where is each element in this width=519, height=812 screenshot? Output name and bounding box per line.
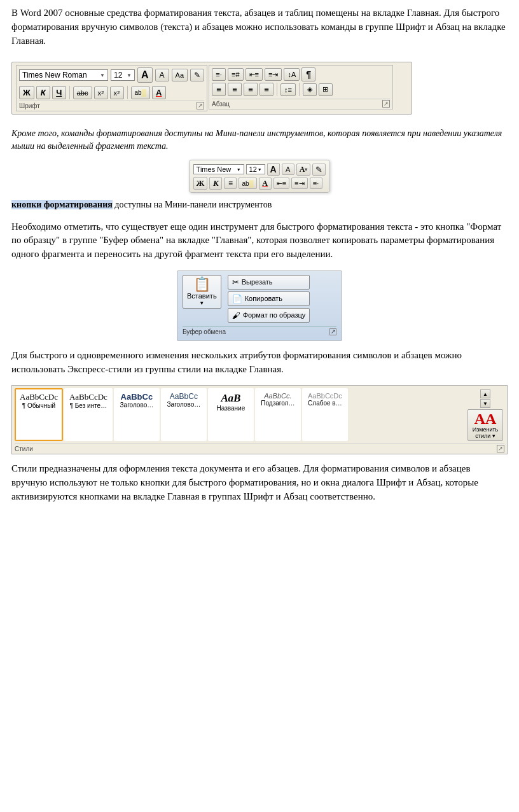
- mt-italic-button[interactable]: К: [209, 177, 222, 190]
- change-styles-label1: Изменить: [473, 426, 499, 433]
- ribbon-groups-row: Times New Roman ▼ 12 ▼ A A Aa ✎ Ж К Ч ab…: [16, 65, 408, 111]
- style-item-bez-inte[interactable]: AaBbCcDc ¶ Без инте…: [64, 388, 113, 441]
- mt-font-color-button[interactable]: A▾: [296, 164, 311, 176]
- copy-icon: 📄: [232, 294, 242, 304]
- style-item-zagolov2[interactable]: AaBbCc Заголово…: [161, 388, 207, 441]
- para-bottom-row: ≡ ≡ ≡ ≡ ↕≡ ◈ ⊞: [212, 83, 390, 96]
- font-group: Times New Roman ▼ 12 ▼ A A Aa ✎ Ж К Ч ab…: [16, 65, 207, 111]
- buffer-container: 📋 Вставить ▼ ✂ Вырезать 📄 Копировать 🖌 Ф…: [11, 270, 508, 341]
- underline-button[interactable]: Ч: [52, 86, 66, 99]
- align-center-button[interactable]: ≡: [228, 83, 242, 96]
- change-styles-button[interactable]: АА Изменить стили ▾: [467, 409, 503, 441]
- mt-list2-button[interactable]: ≡·: [310, 178, 322, 189]
- mt-font-color2-button[interactable]: A: [259, 178, 272, 190]
- change-styles-label2: стили ▾: [475, 433, 495, 439]
- intro-paragraph: В Word 2007 основные средства форматиров…: [11, 6, 508, 48]
- mt-increase-indent2-button[interactable]: ≡⇥: [291, 178, 307, 189]
- font-group-expand-icon[interactable]: ↗: [197, 102, 204, 109]
- decrease-font-button[interactable]: A: [155, 69, 169, 81]
- unordered-list-button[interactable]: ≡·: [212, 68, 226, 81]
- styles-container: AaBbCcDc ¶ Обычный AaBbCcDc ¶ Без инте… …: [11, 385, 508, 454]
- style-zagolov1-label: Заголово…: [119, 402, 155, 409]
- font-group-label: Шрифт ↗: [19, 101, 204, 109]
- font-name-dropdown[interactable]: Times New Roman ▼: [19, 69, 108, 81]
- scroll-down-button[interactable]: ▼: [480, 399, 490, 408]
- mt-highlight-button[interactable]: ab▒: [239, 178, 256, 189]
- sort-button[interactable]: ↕A: [284, 68, 300, 81]
- subscript-button[interactable]: x2: [94, 87, 108, 99]
- font-size-dropdown[interactable]: 12 ▼: [111, 69, 135, 81]
- style-zagolov2-preview: AaBbCc: [166, 392, 202, 401]
- mt-font-size-dropdown[interactable]: 12 ▼: [246, 164, 265, 174]
- buffer-expand-icon[interactable]: ↗: [329, 328, 336, 335]
- justify-button[interactable]: ≡: [260, 83, 273, 96]
- text-highlight-button[interactable]: ab▒: [131, 87, 150, 99]
- align-right-button[interactable]: ≡: [244, 83, 258, 96]
- format-painter-button[interactable]: 🖌 Формат по образцу: [228, 308, 310, 323]
- buffer-group-label: Буфер обмена ↗: [183, 326, 336, 335]
- clear-format-button[interactable]: ✎: [190, 69, 204, 81]
- style-item-obychny[interactable]: AaBbCcDc ¶ Обычный: [15, 388, 63, 441]
- font-name-arrow: ▼: [100, 73, 105, 78]
- style-podzagol-preview: AaBbCc.: [260, 392, 296, 400]
- buffer-buttons-row: 📋 Вставить ▼ ✂ Вырезать 📄 Копировать 🖌 Ф…: [183, 275, 336, 323]
- body1-paragraph: Необходимо отметить, что существует еще …: [11, 220, 508, 262]
- caption-rest-text: доступны на Мини-панели инструментов: [113, 200, 272, 209]
- copy-button[interactable]: 📄 Копировать: [228, 291, 310, 306]
- mt-increase-font-button[interactable]: A: [267, 163, 280, 176]
- style-item-nazvanie[interactable]: АаВ Название: [208, 388, 254, 441]
- styles-inner-row: AaBbCcDc ¶ Обычный AaBbCcDc ¶ Без инте… …: [15, 388, 504, 442]
- para-top-row: ≡· ≡# ⇤≡ ≡⇥ ↕A ¶: [212, 67, 390, 81]
- styles-group-label: Стили ↗: [15, 444, 504, 452]
- style-item-slaboe[interactable]: AaBbCcDс Слабое в…: [302, 388, 348, 441]
- scroll-up-button[interactable]: ▲: [480, 389, 490, 398]
- mt-font-size-arrow: ▼: [258, 167, 262, 172]
- mt-format-button[interactable]: ✎: [312, 164, 326, 176]
- align-left-button[interactable]: ≡: [212, 83, 226, 96]
- styles-items-row: AaBbCcDc ¶ Обычный AaBbCcDc ¶ Без инте… …: [15, 388, 465, 441]
- fill-color-button[interactable]: ◈: [303, 83, 317, 96]
- font-name-value: Times New Roman: [22, 71, 87, 80]
- mini-toolbar: Times New ▼ 12 ▼ A A A▾ ✎ Ж К ≡ ab▒ A ⇤≡…: [189, 160, 331, 193]
- ribbon1: Times New Roman ▼ 12 ▼ A A Aa ✎ Ж К Ч ab…: [11, 62, 412, 115]
- line-spacing-button[interactable]: ↕≡: [280, 83, 296, 96]
- increase-indent-button[interactable]: ≡⇥: [265, 68, 282, 81]
- increase-font-button[interactable]: A: [137, 67, 153, 83]
- italic-note: Кроме того, команды форматирования досту…: [11, 127, 508, 152]
- buffer-label-text: Буфер обмена: [183, 328, 226, 335]
- caption-line: кнопки форматирования доступны на Мини-п…: [11, 199, 508, 211]
- cut-copy-format-group: ✂ Вырезать 📄 Копировать 🖌 Формат по обра…: [228, 275, 310, 323]
- paste-label: Вставить: [187, 292, 217, 300]
- strikethrough-button[interactable]: abc: [73, 87, 92, 99]
- paste-button[interactable]: 📋 Вставить ▼: [183, 275, 221, 309]
- superscript-button[interactable]: x2: [110, 87, 124, 99]
- font-color-button[interactable]: A: [152, 86, 166, 99]
- styles-expand-icon[interactable]: ↗: [497, 445, 504, 452]
- para-group-label: Абзац ↗: [212, 99, 390, 108]
- style-zagolov1-preview: AaBbCс: [119, 392, 155, 402]
- buffer-panel: 📋 Вставить ▼ ✂ Вырезать 📄 Копировать 🖌 Ф…: [177, 270, 342, 341]
- para-group: ≡· ≡# ⇤≡ ≡⇥ ↕A ¶ ≡ ≡ ≡ ≡ ↕≡: [209, 65, 393, 109]
- para-group-expand-icon[interactable]: ↗: [382, 100, 390, 108]
- mt-align-center-button[interactable]: ≡: [224, 178, 237, 189]
- mt-bold-button[interactable]: Ж: [193, 177, 208, 190]
- mt-decrease-indent2-button[interactable]: ⇤≡: [273, 178, 289, 189]
- change-case-button[interactable]: Aa: [172, 69, 188, 81]
- italic-button[interactable]: К: [36, 86, 50, 99]
- cut-button[interactable]: ✂ Вырезать: [228, 275, 310, 290]
- style-item-zagolov1[interactable]: AaBbCс Заголово…: [114, 388, 160, 441]
- cut-icon: ✂: [232, 277, 239, 287]
- font-bottom-row: Ж К Ч abc x2 x2 ab▒ A: [19, 86, 204, 99]
- mt-font-name-dropdown[interactable]: Times New ▼: [193, 164, 244, 174]
- bold-button[interactable]: Ж: [19, 86, 34, 99]
- format-painter-icon: 🖌: [232, 311, 240, 320]
- font-top-row: Times New Roman ▼ 12 ▼ A A Aa ✎: [19, 67, 204, 83]
- style-bez-preview: AaBbCcDc: [69, 392, 107, 402]
- paste-arrow: ▼: [199, 300, 204, 306]
- show-marks-button[interactable]: ¶: [301, 67, 315, 81]
- ordered-list-button[interactable]: ≡#: [228, 68, 244, 81]
- style-item-podzagol[interactable]: AaBbCc. Подзагол…: [255, 388, 301, 441]
- decrease-indent-button[interactable]: ⇤≡: [246, 68, 263, 81]
- mt-decrease-font-button[interactable]: A: [282, 164, 294, 175]
- border-button[interactable]: ⊞: [319, 83, 333, 96]
